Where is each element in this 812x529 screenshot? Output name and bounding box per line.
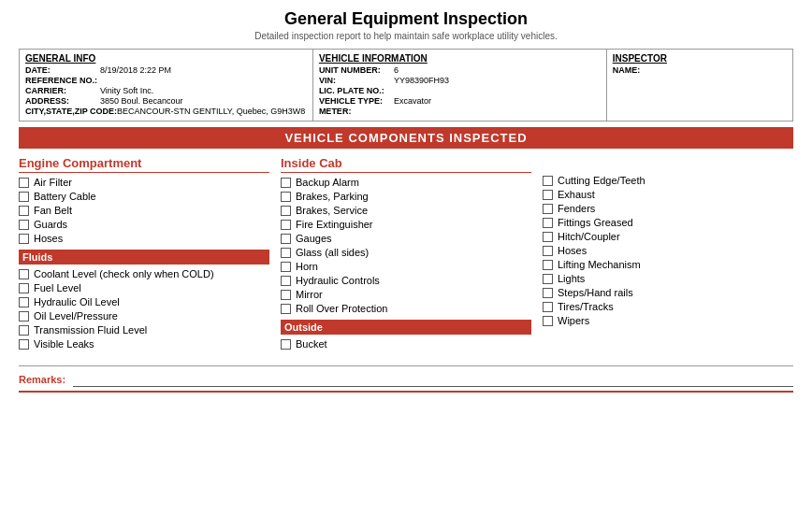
checkbox-wipers[interactable]: [543, 316, 553, 326]
general-info-section: GENERAL INFO DATE: 8/19/2018 2:22 PM REF…: [20, 50, 313, 121]
remarks-row: Remarks:: [19, 365, 793, 387]
info-row: GENERAL INFO DATE: 8/19/2018 2:22 PM REF…: [19, 49, 793, 122]
vehicle-info-title: VEHICLE INFORMATION: [319, 53, 601, 64]
checkbox-steps[interactable]: [543, 288, 553, 298]
checkbox-brakes-service[interactable]: [281, 206, 291, 216]
list-item: Cutting Edge/Teeth: [543, 175, 793, 186]
checkbox-oil-level[interactable]: [19, 311, 29, 322]
list-item: Hydraulic Controls: [281, 275, 531, 286]
outside-header: Outside: [281, 320, 531, 335]
checkbox-tires[interactable]: [543, 302, 553, 312]
checkbox-air-filter[interactable]: [19, 178, 29, 188]
list-item: Glass (all sides): [281, 247, 531, 258]
list-item: Fittings Greased: [543, 217, 793, 228]
list-item: Air Filter: [19, 177, 269, 188]
unit-number-field: UNIT NUMBER: 6: [319, 65, 601, 75]
cab-header: Inside Cab: [281, 156, 531, 173]
checkbox-guards[interactable]: [19, 220, 29, 230]
list-item: Battery Cable: [19, 191, 269, 202]
list-item: Lifting Mechanism: [543, 259, 793, 270]
remarks-label: Remarks:: [19, 374, 65, 385]
engine-col: Engine Compartment Air Filter Battery Ca…: [19, 156, 275, 352]
list-item: Roll Over Protection: [281, 303, 531, 314]
list-item: Fan Belt: [19, 205, 269, 216]
inspector-section: INSPECTOR NAME:: [607, 50, 792, 121]
vehicle-type-field: VEHICLE TYPE: Excavator: [319, 96, 601, 106]
page-title: General Equipment Inspection: [19, 9, 793, 29]
list-item: Visible Leaks: [19, 338, 269, 350]
list-item: Guards: [19, 219, 269, 230]
cab-col: Inside Cab Backup Alarm Brakes, Parking …: [275, 156, 537, 352]
inspector-name-field: NAME:: [613, 65, 787, 75]
list-item: Backup Alarm: [281, 177, 531, 188]
engine-header: Engine Compartment: [19, 156, 269, 173]
checkbox-hydraulic-oil[interactable]: [19, 297, 29, 307]
list-item: Brakes, Service: [281, 205, 531, 216]
list-item: Lights: [543, 273, 793, 284]
components-header: VEHICLE COMPONENTS INSPECTED: [19, 127, 793, 149]
checkbox-hitch[interactable]: [543, 232, 553, 242]
general-info-title: GENERAL INFO: [25, 53, 307, 64]
list-item: Fire Extinguisher: [281, 219, 531, 230]
checkbox-hydraulic-controls[interactable]: [281, 276, 291, 286]
checkbox-visible-leaks[interactable]: [19, 339, 29, 350]
list-item: Wipers: [543, 315, 793, 326]
vehicle-info-section: VEHICLE INFORMATION UNIT NUMBER: 6 VIN: …: [313, 50, 607, 121]
list-item: Hitch/Coupler: [543, 231, 793, 242]
checkbox-bucket[interactable]: [281, 339, 291, 350]
exterior-col: Cutting Edge/Teeth Exhaust Fenders Fitti…: [537, 156, 793, 352]
checkbox-hoses-ext[interactable]: [543, 246, 553, 256]
list-item: Hoses: [543, 245, 793, 256]
components-grid: Engine Compartment Air Filter Battery Ca…: [19, 156, 793, 352]
list-item: Fuel Level: [19, 282, 269, 293]
list-item: Gauges: [281, 233, 531, 244]
checkbox-fire-extinguisher[interactable]: [281, 220, 291, 230]
checkbox-rollover[interactable]: [281, 304, 291, 314]
list-item: Transmission Fluid Level: [19, 324, 269, 336]
remarks-line: [73, 372, 793, 387]
list-item: Bucket: [281, 338, 531, 350]
list-item: Mirror: [281, 289, 531, 300]
address-field: ADDRESS: 3850 Boul. Becancour: [25, 96, 307, 106]
list-item: Brakes, Parking: [281, 191, 531, 202]
fluids-header: Fluids: [19, 250, 269, 264]
carrier-field: CARRIER: Vinity Soft Inc.: [25, 86, 307, 95]
list-item: Hoses: [19, 233, 269, 244]
checkbox-cutting-edge[interactable]: [543, 176, 553, 186]
checkbox-fuel[interactable]: [19, 283, 29, 293]
checkbox-lifting[interactable]: [543, 260, 553, 270]
bottom-divider: [19, 391, 793, 393]
plate-field: LIC. PLATE NO.:: [319, 86, 601, 95]
inspector-title: INSPECTOR: [613, 53, 787, 64]
checkbox-glass[interactable]: [281, 248, 291, 258]
checkbox-fittings[interactable]: [543, 218, 553, 228]
checkbox-exhaust[interactable]: [543, 190, 553, 200]
checkbox-lights[interactable]: [543, 274, 553, 284]
checkbox-mirror[interactable]: [281, 290, 291, 300]
date-field: DATE: 8/19/2018 2:22 PM: [25, 65, 307, 75]
checkbox-fan-belt[interactable]: [19, 206, 29, 216]
checkbox-fenders[interactable]: [543, 204, 553, 214]
checkbox-horn[interactable]: [281, 262, 291, 272]
meter-field: METER:: [319, 107, 601, 116]
reference-field: REFERENCE NO.:: [25, 76, 307, 85]
list-item: Fenders: [543, 203, 793, 214]
list-item: Tires/Tracks: [543, 301, 793, 312]
list-item: Hydraulic Oil Level: [19, 296, 269, 307]
vin-field: VIN: YY98390FH93: [319, 76, 601, 85]
list-item: Steps/Hand rails: [543, 287, 793, 298]
list-item: Coolant Level (check only when COLD): [19, 268, 269, 279]
checkbox-gauges[interactable]: [281, 234, 291, 244]
checkbox-battery-cable[interactable]: [19, 192, 29, 202]
checkbox-transmission[interactable]: [19, 325, 29, 336]
checkbox-hoses-engine[interactable]: [19, 234, 29, 244]
city-field: CITY,STATE,ZIP CODE: BECANCOUR-STN GENTI…: [25, 107, 307, 116]
checkbox-coolant[interactable]: [19, 269, 29, 279]
checkbox-brakes-parking[interactable]: [281, 192, 291, 202]
list-item: Exhaust: [543, 189, 793, 200]
page-subtitle: Detailed inspection report to help maint…: [19, 31, 793, 41]
list-item: Oil Level/Pressure: [19, 310, 269, 322]
checkbox-backup-alarm[interactable]: [281, 178, 291, 188]
list-item: Horn: [281, 261, 531, 272]
